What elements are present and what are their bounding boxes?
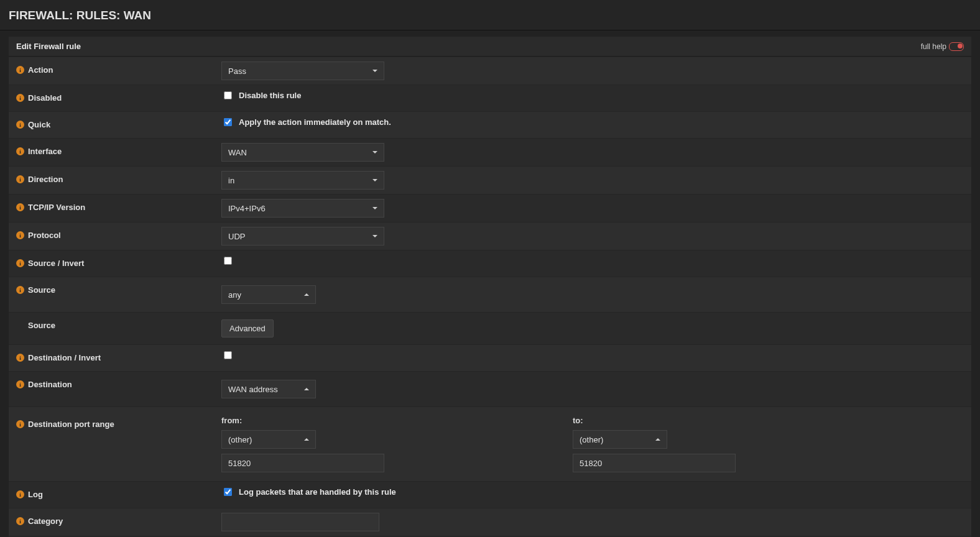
label-text: Source / Invert (28, 259, 84, 268)
dest-port-to-input[interactable] (573, 454, 736, 472)
chevron-down-icon (372, 151, 377, 154)
chevron-down-icon (372, 70, 377, 72)
label-source: i Source (16, 282, 221, 295)
row-tcpip: i TCP/IP Version IPv4+IPv6 (9, 194, 971, 222)
page-title: FIREWALL: RULES: WAN (0, 0, 980, 30)
label-text: Interface (28, 147, 62, 156)
chevron-down-icon (372, 207, 377, 209)
row-dest-port-range: i Destination port range from: (other) t… (9, 406, 971, 481)
info-icon[interactable]: i (16, 203, 24, 211)
row-protocol: i Protocol UDP (9, 222, 971, 250)
label-dest-port-range: i Destination port range (16, 416, 221, 429)
info-icon[interactable]: i (16, 231, 24, 239)
label-text: Disabled (28, 93, 62, 103)
disabled-checkbox[interactable] (224, 91, 232, 99)
source-invert-checkbox[interactable] (224, 257, 232, 265)
label-text: Source (28, 321, 55, 330)
select-value: any (228, 290, 241, 300)
quick-checkbox[interactable] (224, 118, 232, 126)
info-icon[interactable]: i (16, 286, 24, 294)
label-disabled: i Disabled (16, 90, 221, 103)
select-value: (other) (228, 435, 252, 444)
panel-title: Edit Firewall rule (16, 42, 81, 51)
label-text: Protocol (28, 231, 61, 240)
edit-rule-panel: Edit Firewall rule full help i Action Pa… (9, 37, 971, 537)
full-help-toggle[interactable]: full help (921, 42, 964, 51)
label-category: i Category (16, 513, 221, 526)
row-action: i Action Pass (9, 57, 971, 85)
row-quick: i Quick Apply the action immediately on … (9, 111, 971, 138)
toggle-icon (949, 42, 964, 51)
log-checkbox[interactable] (224, 488, 232, 496)
label-text: Log (28, 490, 43, 499)
label-text: Direction (28, 175, 63, 184)
row-source-invert: i Source / Invert (9, 250, 971, 277)
select-value: WAN (228, 148, 247, 157)
label-quick: i Quick (16, 116, 221, 129)
label-source-adv: Source (16, 317, 221, 330)
label-text: Quick (28, 120, 50, 129)
info-icon[interactable]: i (16, 147, 24, 155)
source-advanced-button[interactable]: Advanced (221, 319, 274, 337)
select-value: (other) (580, 435, 603, 444)
select-value: in (228, 176, 234, 185)
label-action: i Action (16, 62, 221, 75)
label-text: Category (28, 516, 63, 526)
label-destination: i Destination (16, 376, 221, 389)
label-text: Destination port range (28, 420, 114, 429)
dest-port-to-select[interactable]: (other) (573, 430, 667, 449)
label-text: TCP/IP Version (28, 203, 85, 212)
row-dest-invert: i Destination / Invert (9, 344, 971, 371)
select-value: IPv4+IPv6 (228, 204, 266, 213)
full-help-label: full help (921, 42, 946, 51)
label-direction: i Direction (16, 171, 221, 184)
info-icon[interactable]: i (16, 517, 24, 525)
row-destination: i Destination WAN address (9, 371, 971, 406)
label-interface: i Interface (16, 143, 221, 156)
row-source-adv: Source Advanced (9, 312, 971, 344)
info-icon[interactable]: i (16, 380, 24, 388)
from-label: from: (221, 416, 573, 425)
label-log: i Log (16, 486, 221, 499)
info-icon[interactable]: i (16, 175, 24, 183)
destination-select[interactable]: WAN address (221, 380, 316, 398)
action-select[interactable]: Pass (221, 62, 384, 80)
label-protocol: i Protocol (16, 227, 221, 240)
info-icon[interactable]: i (16, 94, 24, 102)
info-icon[interactable]: i (16, 66, 24, 74)
direction-select[interactable]: in (221, 171, 384, 190)
dest-invert-checkbox[interactable] (224, 351, 232, 359)
info-icon[interactable]: i (16, 490, 24, 498)
row-interface: i Interface WAN (9, 138, 971, 166)
chevron-down-icon (372, 179, 377, 181)
log-chk-label: Log packets that are handled by this rul… (239, 487, 396, 497)
label-source-invert: i Source / Invert (16, 255, 221, 268)
chevron-up-icon (304, 438, 309, 441)
chevron-up-icon (304, 388, 309, 390)
to-label: to: (573, 416, 736, 425)
tcpip-select[interactable]: IPv4+IPv6 (221, 199, 384, 218)
select-value: Pass (228, 67, 246, 76)
info-icon[interactable]: i (16, 121, 24, 129)
chevron-up-icon (655, 438, 660, 441)
row-source: i Source any (9, 277, 971, 312)
label-tcpip: i TCP/IP Version (16, 199, 221, 212)
interface-select[interactable]: WAN (221, 143, 384, 162)
disabled-chk-label: Disable this rule (239, 91, 301, 100)
row-category: i Category (9, 508, 971, 536)
select-value: UDP (228, 232, 245, 241)
select-value: WAN address (228, 385, 278, 394)
info-icon[interactable]: i (16, 259, 24, 267)
row-direction: i Direction in (9, 166, 971, 194)
label-text: Action (28, 65, 53, 75)
category-select[interactable] (221, 513, 379, 531)
source-select[interactable]: any (221, 285, 316, 304)
label-dest-invert: i Destination / Invert (16, 349, 221, 362)
dest-port-from-select[interactable]: (other) (221, 430, 316, 449)
protocol-select[interactable]: UDP (221, 227, 384, 246)
quick-chk-label: Apply the action immediately on match. (239, 117, 391, 127)
dest-port-from-input[interactable] (221, 454, 384, 472)
info-icon[interactable]: i (16, 354, 24, 362)
row-log: i Log Log packets that are handled by th… (9, 481, 971, 508)
info-icon[interactable]: i (16, 420, 24, 428)
